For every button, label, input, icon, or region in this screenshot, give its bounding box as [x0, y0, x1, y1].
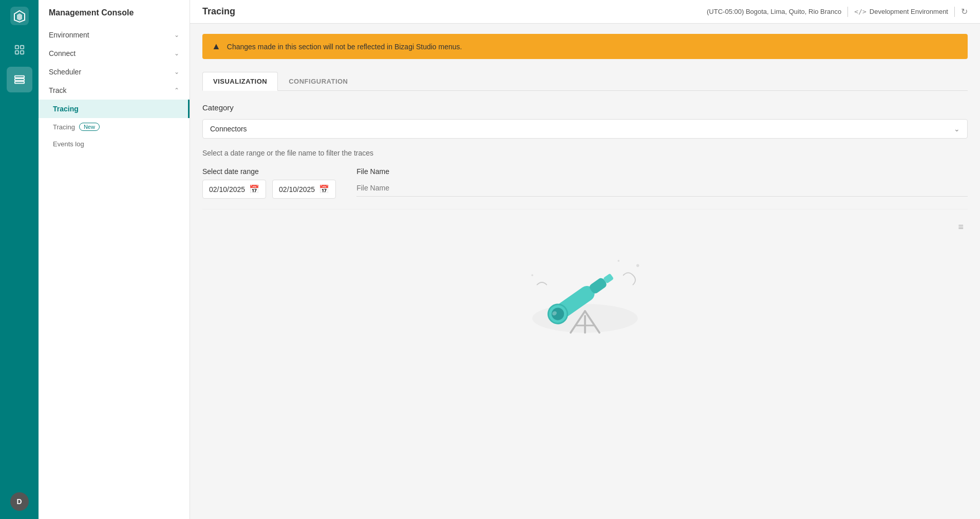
- svg-rect-7: [14, 76, 24, 78]
- user-avatar[interactable]: D: [10, 492, 29, 511]
- sidebar-section-environment-label: Environment: [49, 31, 89, 39]
- chevron-down-icon: ⌄: [174, 50, 179, 57]
- icon-sidebar: D: [0, 0, 39, 519]
- topbar: Tracing (UTC-05:00) Bogota, Lima, Quito,…: [190, 0, 980, 24]
- env-label-wrap: </> Development Environment: [854, 8, 948, 15]
- warning-banner: ▲ Changes made in this section will not …: [202, 34, 968, 59]
- sidebar-item-tracing-active[interactable]: Tracing: [39, 100, 190, 118]
- chevron-up-icon: ⌃: [174, 87, 179, 94]
- warning-text: Changes made in this section will not be…: [227, 43, 462, 51]
- empty-state: ≡: [202, 218, 968, 361]
- date-inputs: 02/10/2025 📅 02/10/2025 📅: [202, 180, 336, 199]
- sidebar-section-scheduler: Scheduler ⌄: [39, 63, 190, 81]
- topbar-divider-2: [954, 7, 955, 17]
- category-selected: Connectors: [210, 125, 247, 133]
- svg-point-22: [636, 264, 639, 267]
- env-label: Development Environment: [870, 8, 948, 15]
- sidebar-item-tracing-active-label: Tracing: [53, 105, 79, 113]
- timezone-label: (UTC-05:00) Bogota, Lima, Quito, Rio Bra…: [707, 8, 841, 15]
- sidebar-title: Management Console: [39, 8, 190, 26]
- date-range-label: Select date range: [202, 167, 336, 176]
- calendar-start-icon: 📅: [249, 184, 259, 194]
- sidebar-section-connect: Connect ⌄: [39, 44, 190, 63]
- topbar-right: (UTC-05:00) Bogota, Lima, Quito, Rio Bra…: [707, 7, 968, 17]
- sidebar-section-environment-header[interactable]: Environment ⌄: [39, 26, 190, 44]
- svg-rect-4: [20, 46, 23, 49]
- sidebar-section-environment: Environment ⌄: [39, 26, 190, 44]
- icon-bar-home[interactable]: [7, 37, 32, 63]
- svg-rect-3: [15, 46, 18, 49]
- sidebar-section-track-header[interactable]: Track ⌃: [39, 81, 190, 100]
- warning-icon: ▲: [212, 41, 221, 52]
- sidebar-section-scheduler-label: Scheduler: [49, 68, 81, 76]
- sidebar-item-tracing-new-label: Tracing: [53, 123, 75, 131]
- main-content: Tracing (UTC-05:00) Bogota, Lima, Quito,…: [190, 0, 980, 519]
- date-start-input[interactable]: 02/10/2025 📅: [202, 180, 266, 199]
- content-divider: [202, 209, 968, 209]
- chevron-down-icon: ⌄: [174, 31, 179, 39]
- sidebar-section-track: Track ⌃ Tracing Tracing New Events log: [39, 81, 190, 152]
- icon-bar-settings[interactable]: [7, 67, 32, 92]
- file-name-label: File Name: [356, 167, 968, 176]
- sidebar-section-connect-header[interactable]: Connect ⌄: [39, 44, 190, 63]
- tab-configuration[interactable]: CONFIGURATION: [278, 72, 359, 91]
- tab-visualization[interactable]: VISUALIZATION: [202, 72, 278, 91]
- calendar-end-icon: 📅: [319, 184, 329, 194]
- date-range-section: Select date range 02/10/2025 📅 02/10/202…: [202, 167, 968, 199]
- telescope-illustration: [513, 238, 657, 341]
- svg-rect-9: [14, 82, 24, 84]
- sidebar-item-tracing-new[interactable]: Tracing New: [39, 118, 190, 136]
- category-label: Category: [202, 103, 968, 112]
- sidebar-item-events-log-label: Events log: [53, 140, 84, 148]
- new-badge: New: [79, 123, 100, 131]
- svg-rect-5: [15, 51, 18, 54]
- date-range-group: Select date range 02/10/2025 📅 02/10/202…: [202, 167, 336, 199]
- date-end-value: 02/10/2025: [279, 185, 315, 194]
- topbar-divider: [847, 7, 848, 17]
- chevron-down-icon: ⌄: [174, 68, 179, 75]
- file-name-input[interactable]: [356, 180, 968, 197]
- sidebar-section-track-label: Track: [49, 86, 66, 94]
- page-title: Tracing: [202, 6, 235, 17]
- svg-point-23: [617, 260, 619, 262]
- file-name-group: File Name: [356, 167, 968, 197]
- dropdown-chevron-icon: ⌄: [954, 125, 960, 133]
- three-line-icon: ≡: [958, 222, 964, 233]
- refresh-icon[interactable]: ↻: [961, 7, 968, 16]
- svg-rect-6: [20, 51, 23, 54]
- code-icon: </>: [854, 8, 866, 15]
- sidebar-section-connect-label: Connect: [49, 49, 76, 57]
- category-dropdown[interactable]: Connectors ⌄: [202, 119, 968, 139]
- app-logo[interactable]: [9, 5, 30, 27]
- filter-text: Select a date range or the file name to …: [202, 149, 968, 157]
- tabs: VISUALIZATION CONFIGURATION: [202, 71, 968, 91]
- sidebar-section-scheduler-header[interactable]: Scheduler ⌄: [39, 63, 190, 81]
- svg-point-24: [531, 274, 533, 276]
- content-area: ▲ Changes made in this section will not …: [190, 24, 980, 519]
- svg-rect-8: [14, 79, 24, 81]
- date-start-value: 02/10/2025: [209, 185, 245, 194]
- sidebar-item-events-log[interactable]: Events log: [39, 136, 190, 152]
- date-end-input[interactable]: 02/10/2025 📅: [272, 180, 336, 199]
- sidebar: Management Console Environment ⌄ Connect…: [39, 0, 190, 519]
